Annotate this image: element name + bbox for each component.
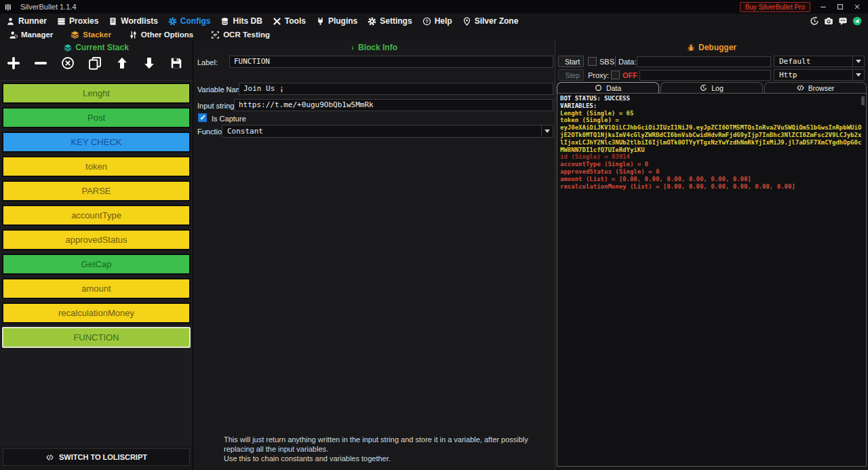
debugger-panel: Debugger Start SBS Data: Default Step Pr… [555,41,868,470]
move-down-block-button[interactable] [142,56,156,70]
move-up-block-button[interactable] [115,56,129,70]
data-label: Data: [618,58,636,66]
app-logo-icon [4,3,12,12]
menu-item-settings[interactable]: Settings [368,16,412,26]
sbs-checkbox[interactable] [588,57,597,66]
debugger-console[interactable]: BOT STATUS: SUCCESSVARIABLES:Lenght (Sin… [557,93,867,467]
switch-to-loliscript-button[interactable]: SWITCH TO LOLISCRIPT [3,448,190,466]
console-line: Lenght (Single) = 65 [560,110,863,117]
proxy-checkbox[interactable] [611,71,620,79]
stack-block-post[interactable]: Post [2,107,191,128]
debugger-tab-data[interactable]: Data [557,82,659,93]
proxy-input[interactable] [639,70,771,81]
subnav-item-manager[interactable]: Manager [9,31,53,39]
subnav-item-ocr-testing[interactable]: OCR Testing [211,31,270,39]
divider [615,56,616,66]
input-string-input[interactable]: https://t.me/+0ugu9ObQb1w5MmRk [234,99,553,111]
history-icon[interactable] [810,16,819,26]
stack-block-function[interactable]: FUNCTION [2,327,191,348]
telegram-icon[interactable] [852,16,862,26]
menu-item-plugins[interactable]: Plugins [316,16,357,26]
block-info-title: Block Info [358,43,397,52]
menu-item-silver-zone[interactable]: Silver Zone [462,16,519,26]
stack-block-approvedstatus[interactable]: approvedStatus [2,229,191,250]
menu-item-configs[interactable]: Configs [168,16,211,26]
data-input[interactable] [637,56,771,67]
proxies-icon [57,17,66,26]
proxy-type-dropdown[interactable]: Http [774,69,865,81]
add-block-button[interactable] [7,56,20,70]
input-string-label: Input string: [197,102,236,110]
window-title: SilverBullet 1.1.4 [20,3,77,11]
console-line: approvedStatus (Single) = 0 [560,168,863,176]
layers-icon [64,43,72,52]
console-line: eyJ0eXAiOiJKV1QiLCJhbGciOiJIUzI1NiJ9.eyJ… [560,124,863,153]
console-line: amount (List) = [0.00, 0.00, 0.00, 0.00,… [560,176,863,183]
variable-name-input[interactable]: Join Us ¡ [239,83,553,95]
save-block-button[interactable] [170,56,183,70]
scrollbar-thumb[interactable] [861,96,865,105]
maximize-icon[interactable] [836,3,844,11]
menu-item-tools[interactable]: Tools [273,16,306,26]
stack-block-lenght[interactable]: Lenght [2,83,191,104]
start-button[interactable]: Start [558,56,584,67]
current-stack-panel: Current Stack LenghtPostKEY CHECKtokenPA… [0,41,193,470]
debugger-header: Debugger [555,42,868,53]
stack-toolbar [7,54,183,72]
stack-block-key-check[interactable]: KEY CHECK [2,132,191,153]
config-subnav: ManagerStackerOther OptionsOCR Testing [0,28,868,41]
chevron-down-icon [852,56,864,66]
chat-icon[interactable] [838,16,848,26]
block-info-header: Block Info [193,42,555,53]
menu-item-help[interactable]: ?Help [422,16,452,26]
clear-block-button[interactable] [61,56,75,70]
close-icon[interactable] [853,3,861,11]
history-icon [700,84,707,92]
subnav-item-other-options[interactable]: Other Options [129,31,193,39]
function-description: This will just return anything written i… [224,435,547,463]
menu-item-hits-db[interactable]: Hits DB [220,16,262,26]
stacker-icon [71,31,79,39]
console-line: BOT STATUS: SUCCESS [560,95,863,102]
label-field-label: Label: [197,58,218,66]
label-input[interactable]: FUNCTION [229,56,553,68]
sbs-label: SBS [599,58,614,66]
stack-block-recalculationmoney[interactable]: recalculationMoney [2,302,191,324]
debugger-tab-log[interactable]: Log [660,82,763,93]
remove-block-button[interactable] [34,56,47,70]
plugins-icon [316,17,325,26]
wordlist-type-dropdown[interactable]: Default [774,56,865,67]
manager-icon [9,31,18,39]
menu-item-proxies[interactable]: Proxies [57,16,98,26]
stack-block-token[interactable]: token [2,156,191,177]
stack-block-parse[interactable]: PARSE [2,180,191,201]
proxy-label: Proxy: [588,71,609,79]
runner-icon [6,17,15,26]
clone-block-button[interactable] [88,56,102,70]
debugger-tab-browser[interactable]: Browser [764,82,867,93]
chevron-down-icon [541,125,553,137]
stack-block-getcap[interactable]: GetCap [2,254,191,275]
code-icon [797,84,804,92]
circleo-icon [595,84,602,92]
step-button[interactable]: Step [558,69,584,81]
console-line: recalculationMoney (List) = [0.00, 0.00,… [560,183,863,191]
function-dropdown[interactable]: Constant [222,125,553,138]
svg-text:?: ? [425,18,429,24]
current-stack-title: Current Stack [75,43,129,52]
is-capture-checkbox[interactable] [198,113,207,122]
wordlists-icon [108,17,117,26]
silverzone-icon [462,17,471,26]
minimize-icon[interactable] [819,3,827,11]
camera-icon[interactable] [824,16,833,26]
menu-item-runner[interactable]: Runner [6,16,47,26]
stack-block-amount[interactable]: amount [2,278,191,299]
info-icon [351,43,355,52]
buy-silverbullet-pro-button[interactable]: Buy SilverBullet Pro [740,2,810,12]
block-info-panel: Block Info Label: FUNCTION Variable Name… [193,41,555,470]
main-menubar: RunnerProxiesWordlistsConfigsHits DBTool… [0,14,868,28]
stack-block-accounttype[interactable]: accountType [2,205,191,226]
menu-item-wordlists[interactable]: Wordlists [108,16,157,26]
console-line: accountType (Single) = 0 [560,161,863,168]
subnav-item-stacker[interactable]: Stacker [71,31,111,39]
